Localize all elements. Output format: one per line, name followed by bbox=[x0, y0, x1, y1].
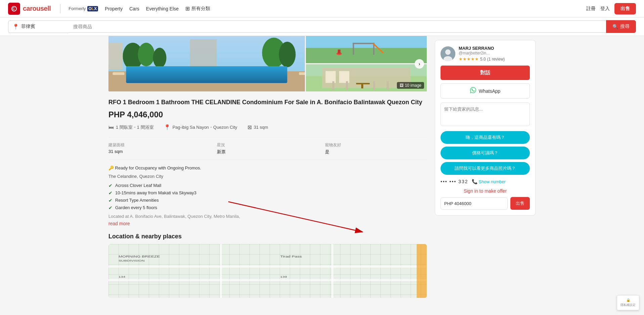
seller-card: MARJ SERRANO @marjbetter2in... ★★★★★ 5.0… bbox=[435, 40, 536, 215]
phone-dots: ••• ••• 332 bbox=[441, 179, 468, 184]
spec-condition-label: 星況 bbox=[217, 142, 319, 148]
navbar: C carousell Formerly OLX Property Cars E… bbox=[0, 0, 644, 17]
quick-msg-button-2[interactable]: 價格可議嗎？ bbox=[441, 147, 530, 159]
left-column: › 🖼 10 image RFO 1 Bedroom 1 Bathroom TH… bbox=[108, 36, 427, 298]
nav-link-all-categories[interactable]: ⊞ 所有分類 bbox=[185, 5, 210, 12]
desc-bullet-2: ✔ 10-15mins away from Makati via Skyway3 bbox=[108, 190, 427, 196]
search-bar: 📍 菲律賓 🔍 搜尋 bbox=[0, 17, 644, 36]
chat-button[interactable]: 對話 bbox=[441, 66, 530, 80]
listing-title: RFO 1 Bedroom 1 Bathroom THE CELANDINE C… bbox=[108, 98, 427, 107]
gallery-thumb-1[interactable] bbox=[306, 36, 427, 63]
listing-meta: 🛏 1 間臥室・1 間浴室 📍 Pag-ibig Sa Nayon・Quezon… bbox=[108, 124, 427, 130]
seller-details: MARJ SERRANO @marjbetter2in... ★★★★★ 5.0… bbox=[459, 46, 505, 62]
spec-condition: 星況 新票 bbox=[217, 142, 319, 155]
search-icon: 🔍 bbox=[612, 24, 618, 29]
spec-pet-value: 是 bbox=[325, 149, 427, 155]
specs-grid: 建築面積 31 sqm 星況 新票 寵物友好 是 bbox=[108, 137, 427, 160]
recaptcha-badge: 🔒 隱私權設定 bbox=[617, 295, 639, 298]
nav-links: Property Cars Everything Else ⊞ 所有分類 bbox=[105, 5, 580, 12]
svg-text:SUBDIVISION: SUBDIVISION bbox=[119, 259, 145, 262]
gallery: › 🖼 10 image bbox=[108, 36, 427, 91]
location-section: Location & nearby places MORNING BREEZE … bbox=[108, 233, 427, 298]
svg-rect-29 bbox=[387, 81, 389, 90]
meta-location: 📍 Pag-ibig Sa Nayon・Quezon City bbox=[164, 124, 237, 130]
description: 🔑 Ready for Occupancy with Ongoing Promo… bbox=[108, 165, 427, 226]
quick-msg-button-1[interactable]: 嗨，這商品還有嗎？ bbox=[441, 131, 530, 144]
nav-divider bbox=[60, 4, 60, 13]
desc-bullet-4: ✔ Garden every 5 floors bbox=[108, 205, 427, 210]
seller-avatar bbox=[441, 46, 455, 61]
svg-text:139: 139 bbox=[280, 275, 287, 278]
svg-rect-25 bbox=[339, 71, 349, 83]
desc-bullet-3: ✔ Resort Type Amenities bbox=[108, 198, 427, 203]
nav-link-everything-else[interactable]: Everything Else bbox=[146, 6, 179, 11]
location-input-wrapper: 📍 菲律賓 bbox=[8, 21, 68, 33]
offer-input-row: 出售 bbox=[441, 197, 530, 210]
offer-price-input[interactable] bbox=[441, 197, 508, 210]
svg-text:134: 134 bbox=[119, 275, 125, 278]
svg-point-3 bbox=[138, 43, 155, 66]
svg-rect-7 bbox=[108, 43, 123, 70]
svg-rect-14 bbox=[306, 36, 427, 48]
listing-price: PHP 4,046,000 bbox=[108, 110, 427, 119]
login-link[interactable]: 登入 bbox=[600, 6, 610, 12]
pool-image bbox=[108, 36, 305, 91]
svg-point-39 bbox=[445, 49, 451, 55]
desc-sub-headline: The Celandine, Quezon City bbox=[108, 174, 427, 179]
svg-rect-26 bbox=[332, 81, 334, 90]
svg-text:C: C bbox=[12, 7, 15, 11]
spec-area-value: 31 sqm bbox=[108, 149, 210, 154]
location-icon: 📍 bbox=[164, 124, 171, 130]
search-button[interactable]: 🔍 搜尋 bbox=[606, 20, 636, 33]
whatsapp-icon bbox=[470, 87, 476, 95]
carousell-logo-icon: C bbox=[8, 3, 20, 15]
seller-rating: ★★★★★ 5.0 (1 review) bbox=[459, 56, 505, 62]
whatsapp-button[interactable]: WhatsApp bbox=[441, 83, 530, 99]
svg-rect-28 bbox=[373, 81, 375, 90]
check-icon-2: ✔ bbox=[108, 190, 112, 196]
svg-rect-12 bbox=[299, 72, 305, 75]
right-sidebar: MARJ SERRANO @marjbetter2in... ★★★★★ 5.0… bbox=[435, 36, 536, 298]
svg-point-6 bbox=[279, 42, 296, 67]
message-textarea[interactable] bbox=[441, 103, 530, 126]
desc-bullet-1: ✔ Across Clover Leaf Mall bbox=[108, 183, 427, 188]
svg-rect-27 bbox=[346, 81, 348, 90]
phone-icon: 📞 bbox=[472, 179, 477, 184]
svg-rect-31 bbox=[361, 84, 363, 88]
spec-area: 建築面積 31 sqm bbox=[108, 142, 210, 155]
gallery-next-button[interactable]: › bbox=[415, 59, 424, 69]
nav-link-property[interactable]: Property bbox=[105, 6, 123, 11]
location-text: 菲律賓 bbox=[21, 24, 35, 30]
grid-icon: ⊞ bbox=[185, 5, 190, 12]
nav-right: 註冊 登入 出售 bbox=[586, 3, 636, 14]
phone-row: ••• ••• 332 📞 Show number bbox=[441, 179, 530, 184]
spec-area-label: 建築面積 bbox=[108, 142, 210, 148]
svg-rect-15 bbox=[353, 43, 354, 54]
register-link[interactable]: 註冊 bbox=[586, 6, 596, 12]
area-icon: ⊠ bbox=[247, 124, 252, 130]
check-icon-1: ✔ bbox=[108, 183, 112, 188]
search-input[interactable] bbox=[68, 21, 606, 33]
svg-rect-20 bbox=[338, 50, 340, 54]
show-number-button[interactable]: 📞 Show number bbox=[472, 179, 506, 184]
review-count: (1 review) bbox=[487, 57, 505, 62]
svg-text:MORNING BREEZE: MORNING BREEZE bbox=[119, 255, 160, 258]
svg-rect-8 bbox=[190, 39, 217, 70]
sell-offer-button[interactable]: 出售 bbox=[510, 197, 530, 210]
rating-score: 5.0 bbox=[480, 57, 486, 62]
desc-address: Located at A. Bonifacio Ave, Balintawak,… bbox=[108, 214, 427, 219]
sign-in-offer-link[interactable]: Sign in to make offer bbox=[441, 188, 530, 194]
formerly-label: Formerly OLX bbox=[68, 6, 98, 11]
offer-section: Sign in to make offer 出售 bbox=[441, 188, 530, 210]
spec-pet: 寵物友好 是 bbox=[325, 142, 427, 155]
read-more-link[interactable]: read more bbox=[108, 221, 130, 226]
sell-button[interactable]: 出售 bbox=[614, 3, 636, 14]
logo-text: carousell bbox=[23, 5, 51, 12]
quick-msg-button-3[interactable]: 請問我可以看更多商品照片嗎？ bbox=[441, 162, 530, 175]
map-placeholder[interactable]: MORNING BREEZE SUBDIVISION Tirad Pass 13… bbox=[108, 244, 427, 298]
seller-info: MARJ SERRANO @marjbetter2in... ★★★★★ 5.0… bbox=[441, 46, 530, 62]
nav-link-cars[interactable]: Cars bbox=[129, 6, 139, 11]
svg-rect-11 bbox=[113, 72, 125, 75]
gallery-main-image[interactable] bbox=[108, 36, 305, 91]
bed-icon: 🛏 bbox=[108, 124, 114, 130]
